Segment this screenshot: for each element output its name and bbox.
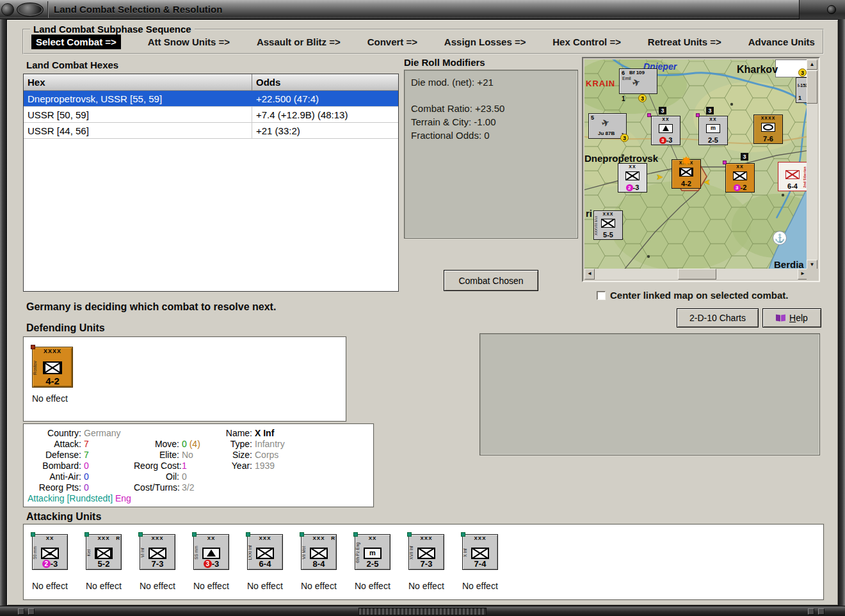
unit-strength: 2-3 bbox=[618, 184, 647, 191]
map-horizontal-scrollbar[interactable]: ◄ ► bbox=[584, 269, 808, 280]
subphase-sequence-groupbox: Land Combat Subphase Sequence Select Com… bbox=[22, 29, 824, 54]
unit-effect-label: No effect bbox=[247, 581, 283, 591]
scroll-left-button[interactable]: ◄ bbox=[584, 269, 595, 280]
horizontal-scroll-thumb[interactable] bbox=[678, 269, 716, 280]
reorg-cost-label: Reorg Cost: bbox=[134, 461, 182, 471]
application-window: Land Combat Selection & Resolution Land … bbox=[0, 0, 845, 616]
anti-air-value: 0 bbox=[84, 471, 134, 482]
vertical-scroll-thumb[interactable] bbox=[807, 70, 817, 104]
subphase-sequence-title: Land Combat Subphase Sequence bbox=[30, 24, 195, 35]
reorg-pts-label: Reorg Pts: bbox=[26, 482, 84, 493]
charts-button-label: 2-D-10 Charts bbox=[689, 313, 746, 323]
map-unit[interactable]: XXXX 7-6 bbox=[753, 115, 783, 144]
map-unit[interactable]: XX 3-3 bbox=[651, 116, 680, 145]
unit-size: XXX bbox=[409, 535, 444, 541]
mountain-symbol-icon bbox=[659, 124, 673, 133]
dot-symbol-icon bbox=[49, 552, 52, 555]
titlebar-divider bbox=[47, 1, 49, 18]
combat-explosion-icon: ✸ bbox=[681, 154, 691, 168]
cost-turns-label: Cost/Turns: bbox=[134, 482, 182, 493]
table-row[interactable]: Dnepropetrovsk, USSR [55, 59] +22.500 (4… bbox=[24, 91, 398, 107]
attacking-unit-counter[interactable]: XX 50 mm 2-3 bbox=[32, 534, 68, 570]
country-label: Country: bbox=[26, 428, 84, 439]
title-bar[interactable]: Land Combat Selection & Resolution bbox=[0, 0, 845, 19]
map-unit[interactable]: XX 3-2 bbox=[725, 163, 755, 193]
air-name: Bf 109 bbox=[629, 70, 645, 75]
oil-value: 0 bbox=[182, 471, 221, 482]
attacking-unit-counter[interactable]: XXX R VII Mot 8-4 bbox=[301, 534, 337, 570]
attacking-unit-counter[interactable]: XXX LXXI Inf 6-4 bbox=[247, 534, 283, 570]
anti-air-label: Anti-Air: bbox=[26, 471, 84, 482]
die-mod-net: Die mod. (net): +21 bbox=[405, 70, 577, 102]
center-map-checkbox[interactable] bbox=[597, 291, 606, 300]
window-gear-icon bbox=[1, 3, 14, 16]
attack-label: Attack: bbox=[26, 439, 84, 450]
defending-unit-counter[interactable]: XXXX Rostov 4-2 bbox=[32, 347, 73, 388]
scroll-down-icon: ▼ bbox=[810, 262, 815, 267]
infantry-symbol-icon bbox=[310, 548, 328, 559]
scroll-left-icon: ◄ bbox=[587, 271, 592, 276]
charts-button[interactable]: 2-D-10 Charts bbox=[677, 308, 759, 328]
table-row[interactable]: USSR [50, 59] +7.4 (+12.9B) (48:13) bbox=[24, 107, 398, 123]
attacking-unit-counter[interactable]: XXX R Kiel 5-2 bbox=[86, 534, 122, 570]
unit-effect-label: No effect bbox=[140, 581, 175, 591]
unit-corner-marker: R bbox=[116, 535, 120, 541]
attacking-unit-counter[interactable]: XX SS mm 3-3 bbox=[193, 534, 229, 570]
move-value: 0 (4) bbox=[182, 439, 221, 450]
attacking-unit-counter[interactable]: XXX X Inf 7-4 bbox=[462, 534, 498, 570]
scroll-right-icon: ► bbox=[800, 271, 805, 276]
supply-marker bbox=[723, 161, 727, 164]
scroll-up-button[interactable]: ▲ bbox=[807, 59, 817, 70]
unit-size: XXX bbox=[248, 535, 282, 541]
elite-label: Elite: bbox=[134, 450, 182, 461]
map-vertical-scrollbar[interactable]: ▲ ▼ bbox=[807, 59, 817, 270]
unit-strength: 2-3 bbox=[33, 559, 67, 569]
unit-strength: 4-2 bbox=[672, 180, 700, 187]
attack-arrow-icon: ➤ bbox=[704, 177, 711, 187]
attack-arrow-icon: ➤ bbox=[656, 172, 663, 182]
map-unit[interactable]: XX 2-5 bbox=[698, 116, 728, 145]
attacking-unit-counter[interactable]: XXX XVII Inf 7-3 bbox=[408, 534, 444, 570]
map-viewport[interactable]: Dnieper Kharkov KRAIN Dnepropetrovsk ri … bbox=[584, 59, 808, 270]
map-unit[interactable]: XXX XXXVIII Mot 5-5 bbox=[593, 210, 623, 240]
reorg-cost-value: 1 bbox=[182, 461, 221, 471]
militia-symbol-icon bbox=[43, 361, 62, 374]
center-map-option[interactable]: Center linked map on selected combat. bbox=[597, 290, 788, 301]
unit-size: XXXX bbox=[33, 348, 72, 354]
unit-corner-marker: R bbox=[331, 535, 335, 541]
map-unit-defender[interactable]: ✸ XXXX 4-2 bbox=[672, 159, 701, 189]
unit-strength: 7-4 bbox=[463, 559, 497, 569]
infantry-symbol-icon bbox=[417, 548, 435, 559]
step-hex-control: Hex Control => bbox=[552, 36, 621, 47]
unit-effect-label: No effect bbox=[193, 581, 229, 591]
frame-rivet-icon bbox=[18, 608, 24, 615]
stack-count-badge: 3 bbox=[741, 153, 748, 161]
unit-status-dot bbox=[246, 532, 250, 537]
step-advance-units: Advance Units bbox=[748, 36, 815, 47]
unit-effect-label: No effect bbox=[408, 581, 444, 591]
armor-symbol-icon bbox=[761, 123, 775, 132]
help-button[interactable]: Help bbox=[762, 308, 821, 328]
combat-chosen-button[interactable]: Combat Chosen bbox=[444, 270, 538, 291]
unit-size: XX bbox=[194, 535, 229, 541]
step-att-snow-units: Att Snow Units => bbox=[148, 36, 230, 47]
attacking-unit-counter[interactable]: XXX VI Inf 7-3 bbox=[140, 534, 175, 570]
map-unit[interactable]: 2nd Siberian 6-4 bbox=[778, 162, 807, 191]
unit-strength: 4-2 bbox=[33, 375, 72, 386]
combat-ratio: Combat Ratio: +23.50 bbox=[405, 102, 577, 115]
window-frame-bottom bbox=[0, 606, 845, 616]
defense-value: 7 bbox=[84, 450, 134, 461]
step-retreat-units: Retreat Units => bbox=[648, 36, 721, 47]
hex-cell: USSR [44, 56] bbox=[24, 123, 252, 138]
edge-label: ri bbox=[586, 208, 592, 219]
map-unit[interactable]: XX 2-3 bbox=[618, 163, 647, 193]
unit-status-dot bbox=[84, 532, 89, 537]
cost-turns-value: 3/2 bbox=[182, 482, 221, 493]
type-value: Infantry bbox=[255, 439, 371, 450]
unit-strength: 6-4 bbox=[778, 182, 807, 190]
engineer-symbol-icon bbox=[364, 548, 382, 559]
die-roll-modifiers-panel: Die mod. (net): +21 Combat Ratio: +23.50… bbox=[404, 70, 578, 239]
map-air-unit-bf109[interactable]: 6 Bf 109 Emil ✈ bbox=[619, 68, 657, 94]
table-row[interactable]: USSR [44, 56] +21 (33:2) bbox=[24, 123, 398, 139]
attacking-unit-counter[interactable]: XX 6th Pz Eng 2-5 bbox=[355, 534, 390, 570]
